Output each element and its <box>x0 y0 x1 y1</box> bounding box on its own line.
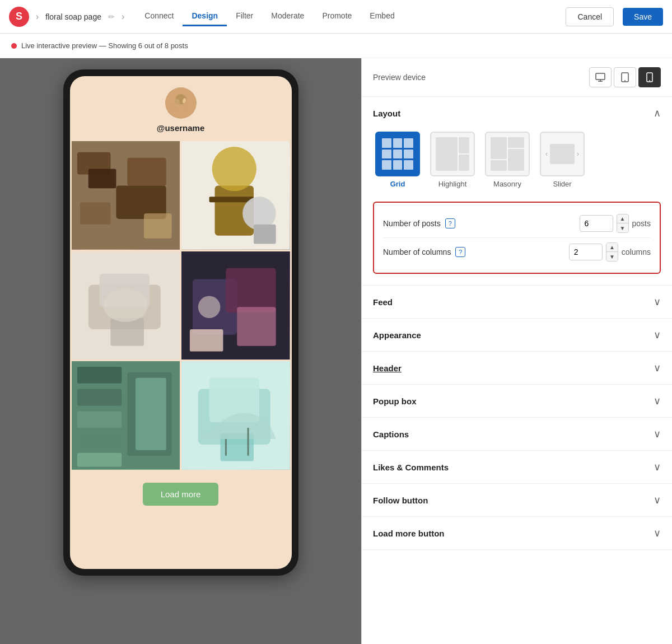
posts-unit: posts <box>632 219 651 228</box>
section-header-header[interactable]: Header ∨ <box>362 352 672 384</box>
columns-info-icon[interactable]: ? <box>455 247 465 257</box>
tab-moderate[interactable]: Moderate <box>262 7 313 26</box>
section-loadmore-title: Load more button <box>373 529 445 538</box>
edit-icon[interactable]: ✏ <box>108 12 115 21</box>
layout-content: Grid High <box>362 129 672 285</box>
svg-rect-11 <box>144 213 172 239</box>
grid-photo-6 <box>181 361 290 470</box>
posts-stepper-up[interactable]: ▲ <box>617 214 628 223</box>
posts-stepper-down[interactable]: ▼ <box>617 223 628 232</box>
main-content: @username <box>0 58 672 644</box>
nav-tabs: Connect Design Filter Moderate Promote E… <box>136 7 403 26</box>
section-header-title: Header <box>373 363 402 373</box>
section-popup-box: Popup box ∨ <box>362 385 672 418</box>
posts-config-row: Number of posts ? ▲ ▼ posts <box>383 209 651 237</box>
masonry-icon <box>486 133 529 175</box>
highlight-icon <box>431 133 474 175</box>
posts-config-box: Number of posts ? ▲ ▼ posts <box>373 202 661 274</box>
section-captions-title: Captions <box>373 430 409 439</box>
layout-masonry-box <box>485 132 530 176</box>
svg-rect-25 <box>226 268 276 312</box>
section-appearance: Appearance ∨ <box>362 319 672 352</box>
tab-promote[interactable]: Promote <box>313 7 361 26</box>
appearance-chevron: ∨ <box>654 329 661 341</box>
status-bar: Live interactive preview — Showing 6 out… <box>0 34 672 58</box>
columns-label: Number of columns ? <box>383 247 465 257</box>
layout-option-grid[interactable]: Grid <box>373 129 422 190</box>
tab-filter[interactable]: Filter <box>227 7 262 26</box>
columns-stepper-up[interactable]: ▲ <box>606 243 618 252</box>
load-more-button[interactable]: Load more <box>143 483 219 506</box>
layout-option-slider[interactable]: ‹ › Slider <box>538 129 587 190</box>
layout-highlight-box <box>430 132 475 176</box>
svg-rect-26 <box>237 307 276 346</box>
section-likes-header[interactable]: Likes & Comments ∨ <box>362 451 672 483</box>
section-load-more-button: Load more button ∨ <box>362 517 672 550</box>
tab-embed[interactable]: Embed <box>361 7 403 26</box>
columns-config-row: Number of columns ? ▲ ▼ columns <box>383 237 651 266</box>
section-layout-title: Layout <box>373 109 400 118</box>
posts-input-wrap: ▲ ▼ posts <box>580 214 651 233</box>
layout-option-masonry[interactable]: Masonry <box>483 129 532 190</box>
posts-stepper: ▲ ▼ <box>617 214 629 233</box>
grid-photo-1 <box>72 141 180 250</box>
section-appearance-title: Appearance <box>373 330 421 340</box>
section-layout-header[interactable]: Layout ∧ <box>362 97 672 129</box>
section-popup-header[interactable]: Popup box ∨ <box>362 385 672 417</box>
svg-rect-31 <box>77 389 121 406</box>
layout-slider-label: Slider <box>553 180 571 188</box>
svg-rect-10 <box>80 202 110 225</box>
grid-photo-2 <box>181 141 290 250</box>
columns-stepper: ▲ ▼ <box>606 242 618 262</box>
preview-panel: @username <box>0 58 361 644</box>
columns-stepper-down[interactable]: ▼ <box>606 252 618 261</box>
section-follow-title: Follow button <box>373 496 428 505</box>
preview-device-row: Preview device <box>362 58 672 97</box>
tab-connect[interactable]: Connect <box>136 7 183 26</box>
section-likes-title: Likes & Comments <box>373 463 449 472</box>
svg-rect-36 <box>136 378 166 450</box>
phone-mockup: @username <box>63 69 298 576</box>
section-feed-header[interactable]: Feed ∨ <box>362 286 672 318</box>
settings-panel: Preview device Layout ∧ <box>361 58 672 644</box>
section-layout: Layout ∧ <box>362 97 672 286</box>
section-loadmore-header[interactable]: Load more button ∨ <box>362 517 672 549</box>
svg-rect-27 <box>190 329 223 351</box>
section-captions-header[interactable]: Captions ∨ <box>362 418 672 450</box>
username-label: @username <box>157 123 205 133</box>
section-appearance-header[interactable]: Appearance ∨ <box>362 319 672 351</box>
photo-grid <box>70 139 292 472</box>
columns-input[interactable] <box>569 244 603 260</box>
logo-button[interactable]: S <box>9 7 29 27</box>
layout-grid-box <box>375 132 420 176</box>
svg-point-22 <box>103 288 147 322</box>
section-follow-header[interactable]: Follow button ∨ <box>362 484 672 516</box>
device-mobile-button[interactable] <box>638 67 661 87</box>
svg-point-28 <box>198 296 221 318</box>
loadmore-chevron: ∨ <box>654 527 661 539</box>
posts-input[interactable] <box>580 215 613 232</box>
grid-icon <box>376 133 419 175</box>
likes-chevron: ∨ <box>654 461 661 473</box>
device-desktop-button[interactable] <box>589 67 612 87</box>
captions-chevron: ∨ <box>654 428 661 440</box>
section-popup-title: Popup box <box>373 396 417 406</box>
layout-option-highlight[interactable]: Highlight <box>428 129 477 190</box>
svg-rect-17 <box>254 225 276 244</box>
cancel-button[interactable]: Cancel <box>566 7 614 26</box>
device-tablet-button[interactable] <box>614 67 636 87</box>
save-button[interactable]: Save <box>623 8 663 26</box>
posts-info-icon[interactable]: ? <box>445 218 455 228</box>
svg-rect-34 <box>77 453 121 467</box>
columns-unit: columns <box>622 248 651 256</box>
svg-point-14 <box>212 147 256 191</box>
grid-photo-4 <box>181 251 290 360</box>
status-text: Live interactive preview — Showing 6 out… <box>21 41 188 50</box>
grid-photo-5 <box>72 361 180 470</box>
svg-rect-7 <box>88 169 116 189</box>
section-follow-button: Follow button ∨ <box>362 484 672 517</box>
feed-chevron: ∨ <box>654 296 661 308</box>
layout-slider-box: ‹ › <box>540 132 585 176</box>
tab-design[interactable]: Design <box>183 7 227 26</box>
layout-options: Grid High <box>373 129 661 190</box>
